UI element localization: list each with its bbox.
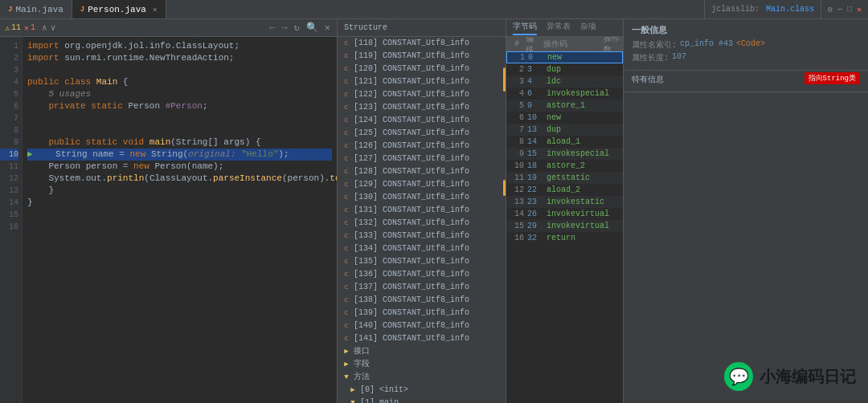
err-count: 1	[31, 23, 35, 32]
bytecode-row-13[interactable]: 13 23 invokestatic #9 <org/openjdk/jol/i…	[506, 196, 623, 208]
tree-item-119[interactable]: C [119] CONSTANT_Utf8_info	[338, 50, 506, 63]
const-icon-22: C	[341, 307, 352, 319]
bytecode-row-3[interactable]: 3 4 ldc #4 <Hello>	[506, 75, 623, 88]
bytecode-row-14[interactable]: 14 26 invokevirtual #10 <org/openjdk/jol…	[506, 208, 623, 220]
tree-item-124[interactable]: C [124] CONSTANT_Utf8_info	[338, 114, 506, 127]
settings-icon[interactable]: ⚙	[828, 5, 833, 14]
bytecode-row-12[interactable]: 12 22 aload_2	[506, 184, 623, 196]
bytecode-row-16[interactable]: 16 32 return	[506, 232, 623, 244]
tab-main-java-label: Main.java	[15, 5, 63, 14]
scroll-indicator-top	[503, 67, 506, 92]
tree-item-method-folder[interactable]: ▼ 方法	[338, 371, 506, 384]
window-controls: ⚙ — □ ✕	[821, 0, 868, 18]
bytecode-row-9[interactable]: 9 15 invokespecial #7 <Person.<init> : (…	[506, 148, 623, 160]
right-panel: 一般信息 属性名索引: cp_info #43 <Code> 属性长度: 107…	[623, 19, 868, 403]
const-icon-12: C	[341, 179, 352, 190]
info-title: 一般信息	[632, 24, 860, 36]
tab-bytecode[interactable]: 字节码	[513, 21, 537, 35]
const-icon-9: C	[341, 140, 352, 152]
tree-item-123[interactable]: C [123] CONSTANT_Utf8_info	[338, 101, 506, 114]
tree-item-141[interactable]: C [141] CONSTANT_Utf8_info	[338, 332, 506, 345]
main-class-link[interactable]: Main.class	[766, 5, 814, 14]
bytecode-panel: 字节码 异常表 杂项 # 偏移 操作码 操作数 1	[506, 19, 623, 403]
bytecode-row-15[interactable]: 15 29 invokevirtual #11 <java/io/PrintSt…	[506, 220, 623, 232]
info-section: 一般信息 属性名索引: cp_info #43 <Code> 属性长度: 107	[624, 19, 868, 71]
code-line-4: public class Main {	[27, 76, 332, 88]
minimize-icon[interactable]: —	[837, 5, 842, 14]
bytecode-row-1[interactable]: 1 0 new #3 <java/lang/String>	[506, 51, 623, 63]
tree-item-main[interactable]: ▼ [1] main	[338, 397, 506, 403]
code-toolbar: ⚠ 11 ✕ 1 ∧ ∨ ← → ↻ 🔍 ✕	[0, 19, 337, 37]
code-text: import org.openjdk.jol.info.ClassLayout;…	[23, 37, 337, 403]
const-icon-16: C	[341, 230, 352, 242]
close-window-icon[interactable]: ✕	[857, 5, 862, 14]
bytecode-row-2[interactable]: 2 3 dup	[506, 63, 623, 75]
callout-text: 指向String类	[809, 75, 856, 83]
const-icon-4: C	[341, 76, 352, 88]
maximize-icon[interactable]: □	[847, 5, 852, 14]
col-num: #	[510, 39, 519, 48]
attr-name-code: <Code>	[736, 39, 765, 51]
main-layout: ⚠ 11 ✕ 1 ∧ ∨ ← → ↻ 🔍 ✕ 12345 6789 10 111…	[0, 19, 868, 403]
bytecode-row-10[interactable]: 10 18 astore_2	[506, 160, 623, 172]
tab-person-java[interactable]: J Person.java ✕	[72, 0, 166, 18]
tree-item-125[interactable]: C [125] CONSTANT_Utf8_info	[338, 127, 506, 140]
tree-item-128[interactable]: C [128] CONSTANT_Utf8_info	[338, 165, 506, 178]
code-line-10: ▶ String name = new String(original: "He…	[27, 149, 332, 161]
bytecode-row-6[interactable]: 6 10 new #6 <Person>	[506, 112, 623, 124]
watermark: 💬 小海编码日记	[724, 362, 856, 391]
tree-item-139[interactable]: C [139] CONSTANT_Utf8_info	[338, 307, 506, 320]
close-editor-btn[interactable]: ✕	[323, 22, 332, 34]
tab-bar: J Main.java J Person.java ✕ jclasslib: M…	[0, 0, 868, 19]
tree-item-140[interactable]: C [140] CONSTANT_Utf8_info	[338, 320, 506, 332]
tree-item-131[interactable]: C [131] CONSTANT_Utf8_info	[338, 204, 506, 217]
nav-next-btn[interactable]: →	[280, 22, 289, 34]
folder-icon-2: ▶	[341, 359, 352, 370]
const-icon-7: C	[341, 115, 352, 126]
tree-item-134[interactable]: C [134] CONSTANT_Utf8_info	[338, 242, 506, 255]
bytecode-row-8[interactable]: 8 14 aload_1	[506, 136, 623, 148]
close-tab-icon[interactable]: ✕	[153, 5, 158, 14]
tree-item-130[interactable]: C [130] CONSTANT_Utf8_info	[338, 191, 506, 204]
code-panel: ⚠ 11 ✕ 1 ∧ ∨ ← → ↻ 🔍 ✕ 12345 6789 10 111…	[0, 19, 338, 403]
tree-item-127[interactable]: C [127] CONSTANT_Utf8_info	[338, 153, 506, 165]
content-area: 字节码 异常表 杂项 # 偏移 操作码 操作数 1	[506, 19, 868, 403]
tree-item-133[interactable]: C [133] CONSTANT_Utf8_info	[338, 230, 506, 242]
tree-item-field[interactable]: ▶ 字段	[338, 358, 506, 371]
tab-misc[interactable]: 杂项	[580, 21, 596, 35]
tree-item-interface[interactable]: ▶ 接口	[338, 345, 506, 358]
tree-item-118[interactable]: C [118] CONSTANT_Utf8_info	[338, 37, 506, 50]
tree-item-init[interactable]: ▶ [0] <init>	[338, 384, 506, 397]
tree-content[interactable]: C [118] CONSTANT_Utf8_info C [119] CONST…	[338, 37, 506, 403]
tree-item-126[interactable]: C [126] CONSTANT_Utf8_info	[338, 140, 506, 153]
tree-item-120[interactable]: C [120] CONSTANT_Utf8_info	[338, 63, 506, 75]
search-btn[interactable]: 🔍	[305, 22, 320, 34]
code-line-2: import sun.rmi.runtime.NewThreadAction;	[27, 52, 332, 64]
code-line-9: public static void main(String[] args) {	[27, 136, 332, 149]
tree-item-121[interactable]: C [121] CONSTANT_Utf8_info	[338, 75, 506, 88]
const-icon-2: C	[341, 51, 352, 62]
attr-length-label: 属性长度:	[632, 52, 669, 63]
bytecode-row-11[interactable]: 11 19 getstatic #8 <java/lang/System.out…	[506, 172, 623, 184]
tree-item-138[interactable]: C [138] CONSTANT_Utf8_info	[338, 294, 506, 307]
tree-item-135[interactable]: C [135] CONSTANT_Utf8_info	[338, 255, 506, 268]
nav-up-btn[interactable]: ∧	[42, 22, 47, 33]
bytecode-row-4[interactable]: 4 6 invokespecial #5 <java/lang/String.<…	[506, 88, 623, 100]
refresh-btn[interactable]: ↻	[293, 22, 301, 34]
bytecode-tabs: 字节码 异常表 杂项	[513, 21, 596, 35]
bytecode-table-header: # 偏移 操作码 操作数	[506, 37, 623, 51]
tree-item-136[interactable]: C [136] CONSTANT_Utf8_info	[338, 268, 506, 281]
tab-exception[interactable]: 异常表	[547, 21, 571, 35]
nav-prev-btn[interactable]: ←	[268, 22, 276, 34]
tree-item-129[interactable]: C [129] CONSTANT_Utf8_info	[338, 178, 506, 191]
tree-panel: Structure C [118] CONSTANT_Utf8_info C […	[338, 19, 506, 403]
bytecode-row-7[interactable]: 7 13 dup	[506, 124, 623, 136]
tree-item-122[interactable]: C [122] CONSTANT_Utf8_info	[338, 88, 506, 101]
bytecode-row-5[interactable]: 5 9 astore_1	[506, 100, 623, 112]
const-icon-20: C	[341, 282, 352, 293]
tree-item-132[interactable]: C [132] CONSTANT_Utf8_info	[338, 217, 506, 230]
nav-down-btn[interactable]: ∨	[51, 22, 56, 33]
tree-item-137[interactable]: C [137] CONSTANT_Utf8_info	[338, 281, 506, 294]
code-line-12: System.out.println(ClassLayout.parseInst…	[27, 173, 332, 185]
tab-main-java[interactable]: J Main.java	[0, 0, 72, 18]
